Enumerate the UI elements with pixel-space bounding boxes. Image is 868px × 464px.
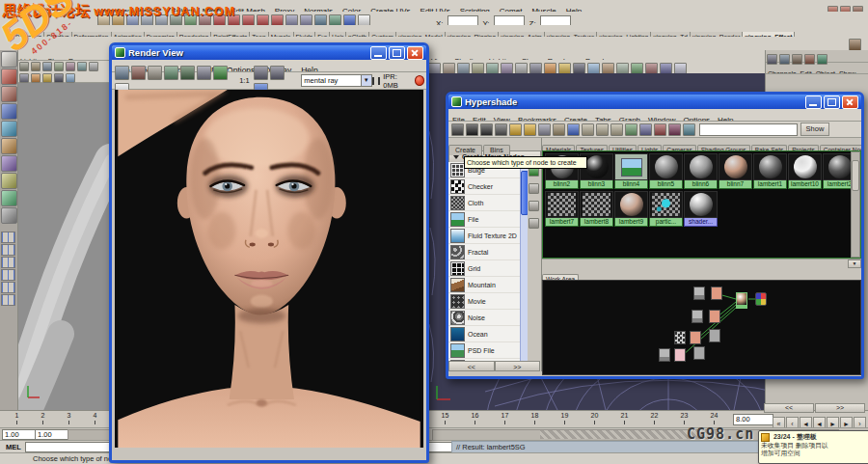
select-camera-icon[interactable] — [19, 62, 29, 71]
grid-toggle-icon[interactable] — [42, 62, 52, 71]
wireframe-mode-icon[interactable] — [89, 62, 98, 71]
hypershade-menu-item[interactable]: Help — [718, 115, 733, 122]
work-area-canvas[interactable] — [542, 280, 861, 375]
chevron-down-icon[interactable]: ▼ — [361, 75, 371, 86]
lasso-tool-icon[interactable] — [1, 68, 17, 85]
use-lights-icon[interactable] — [42, 73, 52, 83]
film-gate-icon[interactable] — [54, 62, 64, 71]
place2d-node[interactable] — [693, 346, 705, 360]
node-type-item[interactable]: File — [448, 211, 520, 228]
persp-outliner-layout-icon[interactable] — [1, 257, 15, 268]
soft-mod-tool-icon[interactable] — [1, 173, 17, 189]
pane-menu-icon[interactable]: ▼ — [848, 259, 861, 268]
show-both-panes-icon[interactable] — [654, 123, 666, 136]
prev-page-button[interactable]: << — [448, 361, 495, 371]
material-swatch[interactable]: blinn5 — [649, 153, 683, 189]
pane-splitter[interactable]: ▼ — [542, 259, 861, 267]
forward-icon[interactable] — [524, 123, 536, 136]
bump2d-node[interactable] — [711, 287, 722, 300]
side-viewport[interactable]: LightingShowRen — [18, 50, 109, 410]
bump2d-node[interactable] — [674, 348, 686, 362]
minimize-icon[interactable] — [370, 46, 387, 60]
strip-button-icon[interactable] — [529, 201, 539, 211]
material-swatch[interactable]: blinn4 — [614, 153, 648, 189]
shading-group-node[interactable] — [755, 292, 767, 306]
node-type-item[interactable]: Grid — [448, 260, 520, 277]
materials-pane[interactable]: blinn2 blinn3 blinn4 — [542, 150, 861, 259]
gate-mask-icon[interactable] — [77, 62, 87, 71]
swap-panes-icon[interactable] — [668, 123, 681, 136]
show-manip-tool-icon[interactable] — [1, 190, 17, 206]
filter-input[interactable] — [699, 123, 798, 136]
render-view-menu-item[interactable]: Help — [301, 65, 317, 72]
ipr-update-icon[interactable] — [180, 66, 195, 80]
current-time-field[interactable]: 8.00 — [733, 414, 773, 425]
move-tool-icon[interactable] — [1, 103, 17, 120]
shelf-next-button[interactable]: >> — [815, 403, 865, 413]
bump2d-node[interactable] — [690, 331, 701, 344]
material-swatch[interactable]: shader... — [684, 191, 718, 227]
material-node[interactable] — [736, 292, 747, 306]
strip-button-icon[interactable] — [529, 183, 539, 194]
material-swatch[interactable]: lambert7 — [545, 191, 579, 227]
toggle-create-bar-icon[interactable] — [451, 123, 464, 136]
material-swatch[interactable]: lambert1 — [753, 153, 787, 189]
clear-graph-icon[interactable] — [538, 123, 551, 136]
ipr-stop-icon[interactable] — [415, 75, 424, 86]
materials-scrollbar[interactable] — [851, 151, 860, 258]
node-type-item[interactable]: Cloth — [448, 195, 520, 211]
ipr-pause-icon[interactable] — [372, 77, 381, 85]
resolution-gate-icon[interactable] — [66, 62, 75, 71]
paint-select-tool-icon[interactable] — [1, 86, 17, 102]
four-pane-layout-icon[interactable] — [1, 244, 15, 256]
file-node[interactable] — [692, 310, 703, 323]
graph-materials-icon[interactable] — [567, 123, 580, 136]
material-swatch[interactable]: blinn7 — [719, 153, 752, 189]
graph-row-icon[interactable] — [480, 123, 493, 136]
rearrange-graph-icon[interactable] — [553, 123, 565, 136]
next-page-button[interactable]: >> — [495, 361, 541, 371]
node-type-item[interactable]: Mountain — [448, 277, 520, 293]
mel-label[interactable]: MEL — [6, 443, 21, 451]
region-render-icon[interactable] — [197, 66, 211, 80]
channel-box-menu-item[interactable]: Edit — [800, 68, 812, 74]
file-node[interactable] — [659, 348, 670, 362]
maximize-icon[interactable] — [389, 46, 405, 60]
snapshot-icon[interactable] — [148, 66, 162, 80]
strip-button-icon[interactable] — [529, 218, 539, 229]
range-start-field[interactable]: 1.00 — [2, 429, 37, 440]
two-pane-layout-icon[interactable] — [1, 269, 15, 281]
input-connections-icon[interactable] — [582, 123, 594, 136]
channel-box-menu-item[interactable]: Object — [816, 68, 835, 74]
range-start-inner-field[interactable]: 1.00 — [35, 429, 69, 440]
node-type-item[interactable]: Fluid Texture 2D — [448, 228, 520, 244]
input-output-connections-icon[interactable] — [596, 123, 609, 136]
renderer-select[interactable]: mental ray ▼ — [301, 74, 371, 87]
cycle-arrangement-icon[interactable] — [683, 123, 695, 136]
textured-mode-icon[interactable] — [31, 73, 41, 83]
material-swatch[interactable]: lambert8 — [580, 191, 613, 227]
single-pane-layout-icon[interactable] — [1, 232, 15, 243]
file-node[interactable] — [693, 287, 705, 300]
lock-camera-icon[interactable] — [31, 62, 41, 71]
show-bottom-tabs-icon[interactable] — [639, 123, 652, 136]
graph-grid-icon[interactable] — [466, 123, 478, 136]
output-connections-icon[interactable] — [610, 123, 623, 136]
shadows-icon[interactable] — [54, 73, 64, 83]
render-icon[interactable] — [115, 66, 129, 80]
close-icon[interactable] — [407, 46, 423, 60]
select-tool-icon[interactable] — [1, 51, 17, 68]
close-icon[interactable] — [842, 96, 858, 109]
render-view-titlebar[interactable]: Render View — [112, 45, 426, 60]
isolate-select-icon[interactable] — [66, 73, 75, 83]
graph-small-icon[interactable] — [495, 123, 507, 136]
remove-image-icon[interactable] — [270, 66, 285, 80]
material-swatch[interactable]: lambert10 — [788, 153, 822, 189]
material-swatch[interactable]: partic... — [649, 191, 683, 227]
keep-image-icon[interactable] — [254, 66, 268, 80]
notification-balloon[interactable]: 23/24 - 整理板 未收集项目 删除项目以 增加可用空间 — [758, 430, 868, 464]
redo-previous-render-icon[interactable] — [131, 66, 146, 80]
maximize-icon[interactable] — [824, 96, 840, 109]
place2d-node[interactable] — [709, 329, 720, 342]
channel-box-menu-item[interactable]: Show — [839, 68, 856, 74]
